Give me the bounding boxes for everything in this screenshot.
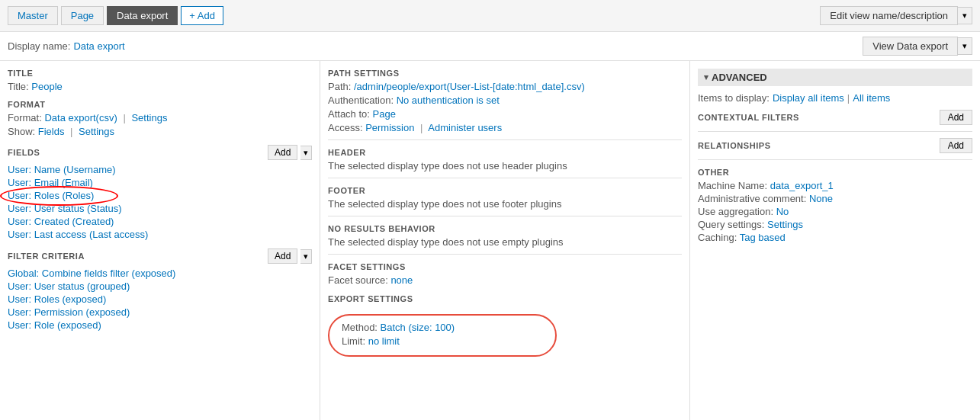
edit-view-dropdown[interactable]: ▾ (958, 7, 972, 24)
path-value[interactable]: /admin/people/export(User-List-[date:htm… (354, 81, 585, 92)
relationships-row: RELATIONSHIPS Add (698, 138, 972, 153)
export-method-label: Method: (342, 322, 378, 333)
title-label: Title: (8, 81, 29, 92)
show-sep: | (70, 126, 72, 137)
admin-comment-value[interactable]: None (809, 193, 833, 204)
items-sep: | (847, 92, 850, 104)
items-to-display-row: Items to display: Display all items | Al… (698, 92, 972, 104)
access-value[interactable]: Permission (365, 122, 414, 133)
filter-item-roles[interactable]: User: Roles (exposed) (8, 293, 312, 306)
facet-source-value[interactable]: none (390, 274, 413, 286)
query-settings-value[interactable]: Settings (767, 219, 803, 230)
auth-label: Authentication: (328, 95, 394, 106)
export-method-value[interactable]: Batch (size: 100) (381, 322, 455, 333)
footer-text: The selected display type does not use f… (328, 198, 682, 210)
top-nav-right: Edit view name/description ▾ (820, 6, 972, 25)
export-limit-value[interactable]: no limit (368, 335, 400, 347)
export-settings-heading: EXPORT SETTINGS (328, 294, 557, 303)
admin-comment-row: Administrative comment: None (698, 193, 972, 204)
header-section-heading: HEADER (328, 148, 682, 157)
format-row: Format: Data export(csv) | Settings (8, 112, 312, 123)
relationships-separator (698, 159, 972, 160)
format-sep1: | (123, 112, 125, 123)
caching-value[interactable]: Tag based (740, 232, 786, 243)
filter-item-role[interactable]: User: Role (exposed) (8, 319, 312, 332)
facet-row: Facet source: none (328, 274, 682, 286)
facet-heading: FACET SETTINGS (328, 262, 682, 271)
view-data-export-button[interactable]: View Data export (863, 37, 958, 56)
field-item-last-access[interactable]: User: Last access (Last access) (8, 228, 312, 241)
items-value[interactable]: Display all items (773, 92, 844, 104)
export-limit-row: Limit: no limit (342, 335, 543, 347)
use-aggregation-label: Use aggregation: (698, 206, 773, 217)
filter-add-button[interactable]: Add (268, 248, 297, 264)
auth-value[interactable]: No authentication is set (397, 95, 500, 106)
header-separator (328, 178, 682, 178)
add-tab-button[interactable]: + Add (181, 6, 223, 25)
all-items-link[interactable]: All items (853, 92, 890, 104)
no-results-text: The selected display type does not use e… (328, 236, 682, 248)
tab-data-export[interactable]: Data export (107, 6, 178, 25)
format-label: Format: (8, 112, 42, 123)
machine-name-value[interactable]: data_export_1 (770, 180, 834, 191)
advanced-heading: ADVANCED (712, 72, 767, 83)
title-value[interactable]: People (31, 81, 62, 92)
display-name-bar: Display name: Data export View Data expo… (0, 32, 980, 61)
relationships-add-button[interactable]: Add (940, 138, 972, 153)
filter-item-permission[interactable]: User: Permission (exposed) (8, 306, 312, 319)
display-name-value[interactable]: Data export (73, 40, 124, 52)
advanced-header: ▾ ADVANCED (698, 69, 972, 86)
fields-list: User: Name (Username) User: Email (Email… (8, 163, 312, 241)
title-section-heading: TITLE (8, 69, 312, 78)
facet-source-label: Facet source: (328, 274, 388, 286)
footer-section-heading: FOOTER (328, 186, 682, 195)
fields-add-button[interactable]: Add (268, 145, 297, 160)
query-settings-label: Query settings: (698, 219, 764, 230)
view-data-dropdown[interactable]: ▾ (958, 37, 972, 55)
no-results-heading: NO RESULTS BEHAVIOR (328, 224, 682, 233)
show-settings[interactable]: Settings (79, 126, 114, 137)
contextual-separator (698, 131, 972, 132)
other-heading: OTHER (698, 168, 972, 177)
right-column: ▾ ADVANCED Items to display: Display all… (690, 61, 980, 420)
contextual-add-button[interactable]: Add (940, 110, 972, 125)
tab-master[interactable]: Master (8, 6, 58, 25)
auth-row: Authentication: No authentication is set (328, 95, 682, 106)
machine-name-label: Machine Name: (698, 180, 767, 191)
filter-item-user-status[interactable]: User: User status (grouped) (8, 280, 312, 293)
fields-section-header: FIELDS Add ▾ (8, 145, 312, 160)
path-separator (328, 139, 682, 140)
export-settings-box: Method: Batch (size: 100) Limit: no limi… (328, 314, 557, 357)
main-content: TITLE Title: People FORMAT Format: Data … (0, 61, 980, 420)
fields-add-dropdown[interactable]: ▾ (300, 146, 312, 160)
show-value[interactable]: Fields (38, 126, 65, 137)
field-item-created[interactable]: User: Created (Created) (8, 215, 312, 228)
filter-add-container: Add ▾ (268, 248, 312, 264)
export-method-row: Method: Batch (size: 100) (342, 322, 543, 333)
format-settings[interactable]: Settings (131, 112, 167, 123)
filter-list: Global: Combine fields filter (exposed) … (8, 267, 312, 332)
edit-view-name-button[interactable]: Edit view name/description (820, 6, 958, 25)
fields-heading: FIELDS (8, 148, 40, 157)
filter-heading: FILTER CRITERIA (8, 252, 85, 261)
header-text: The selected display type does not use h… (328, 160, 682, 172)
filter-add-dropdown[interactable]: ▾ (300, 249, 312, 264)
access-value2[interactable]: Administer users (428, 122, 502, 133)
field-item-email[interactable]: User: Email (Email) (8, 176, 312, 189)
access-label: Access: (328, 122, 363, 133)
field-item-name[interactable]: User: Name (Username) (8, 163, 312, 176)
filter-section-header: FILTER CRITERIA Add ▾ (8, 248, 312, 264)
tab-page[interactable]: Page (61, 6, 104, 25)
middle-column: PATH SETTINGS Path: /admin/people/export… (320, 61, 690, 420)
filter-item-combine[interactable]: Global: Combine fields filter (exposed) (8, 267, 312, 280)
attach-value[interactable]: Page (373, 108, 396, 120)
field-item-roles[interactable]: User: Roles (Roles) (8, 189, 94, 202)
no-results-separator (328, 254, 682, 255)
field-item-status[interactable]: User: User status (Status) (8, 202, 312, 215)
format-value[interactable]: Data export(csv) (44, 112, 117, 123)
contextual-filters-row: CONTEXTUAL FILTERS Add (698, 110, 972, 125)
path-label: Path: (328, 81, 351, 92)
use-aggregation-value[interactable]: No (776, 206, 789, 217)
query-settings-row: Query settings: Settings (698, 219, 972, 230)
items-label: Items to display: (698, 92, 770, 104)
